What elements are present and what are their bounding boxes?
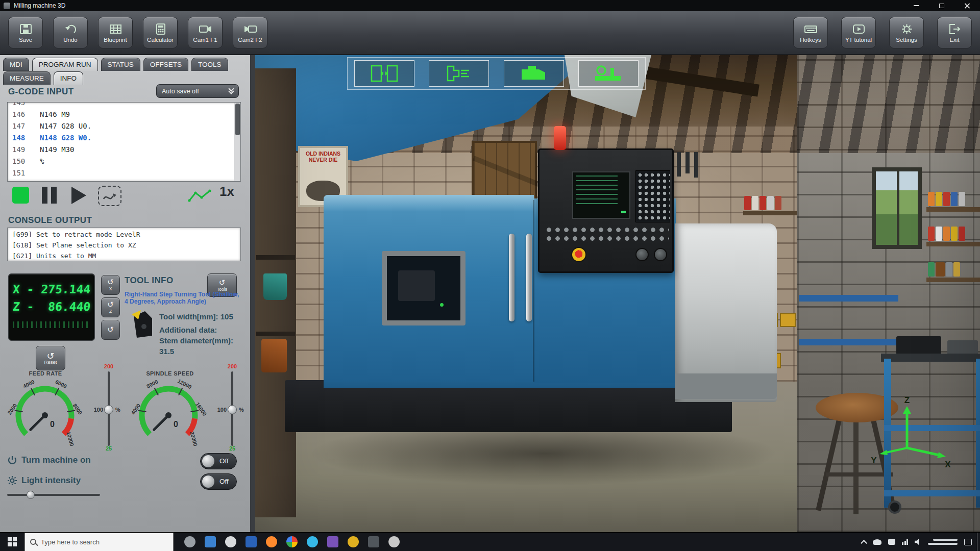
exit-button[interactable]: Exit xyxy=(937,17,972,48)
console-line: [G99] Set to retract mode LevelR xyxy=(12,229,236,240)
cnc-keypad[interactable] xyxy=(635,170,670,222)
search-placeholder: Type here to search xyxy=(41,538,100,546)
cam1-button[interactable]: Cam1 F1 xyxy=(188,17,223,48)
machine-power-row: Turn machine on xyxy=(7,455,91,465)
view-button-doors[interactable] xyxy=(354,60,414,87)
taskbar-app-icon[interactable] xyxy=(282,533,302,551)
taskbar-app-icon[interactable] xyxy=(302,533,323,551)
editor-scrollbar[interactable] xyxy=(234,103,240,181)
blueprint-button[interactable]: Blueprint xyxy=(98,17,133,48)
spindle-override-slider[interactable]: 200 100 % 25 xyxy=(215,363,249,453)
panel-knob[interactable] xyxy=(654,248,667,261)
stop-button[interactable] xyxy=(12,187,29,204)
close-button[interactable] xyxy=(954,0,980,11)
code-line: 150% xyxy=(8,156,234,167)
tool-description: Right-Hand Step Turning Tool (Shallow, 4… xyxy=(125,291,243,305)
tray-cloud-icon[interactable] xyxy=(873,539,881,545)
view-button-chuck[interactable] xyxy=(429,60,489,87)
hotkeys-button[interactable]: Hotkeys xyxy=(793,17,828,48)
light-intensity-slider[interactable] xyxy=(7,491,100,499)
machine-tailstock-band xyxy=(675,373,777,399)
taskbar-app-icon[interactable] xyxy=(220,533,241,551)
cnc-control-panel[interactable] xyxy=(538,148,674,273)
taskbar-app-icon[interactable] xyxy=(343,533,363,551)
power-icon xyxy=(7,455,17,465)
taskbar-app-icon[interactable] xyxy=(261,533,282,551)
feed-graph-button[interactable] xyxy=(188,189,213,205)
undo-button[interactable]: Undo xyxy=(53,17,88,48)
view-button-side[interactable] xyxy=(578,60,639,87)
taskbar-search[interactable]: Type here to search xyxy=(24,533,174,551)
taskbar-app-icon[interactable] xyxy=(323,533,343,551)
scrollbar-thumb[interactable] xyxy=(235,104,240,135)
reset-z-button[interactable]: ↺Z xyxy=(101,297,120,317)
taskbar-app-icon[interactable] xyxy=(384,533,404,551)
yt-tutorial-button[interactable]: YT tutorial xyxy=(841,17,876,48)
machine-window[interactable] xyxy=(382,251,465,325)
action-center-icon[interactable] xyxy=(964,539,972,545)
3d-viewport[interactable]: OLD INDIANS NEVER DIE xyxy=(255,55,980,532)
dro-z-readout: Z - 86.440 xyxy=(12,298,91,315)
orange-jug xyxy=(261,339,287,372)
search-icon xyxy=(30,539,36,545)
slider-knob[interactable] xyxy=(228,405,237,414)
settings-button[interactable]: Settings xyxy=(889,17,924,48)
calculator-button[interactable]: Calculator xyxy=(143,17,178,48)
show-desktop-button[interactable] xyxy=(977,533,980,551)
reset-x-button[interactable]: ↺X xyxy=(101,275,120,295)
camera-2-icon xyxy=(243,23,257,35)
toolpath-button[interactable] xyxy=(98,186,121,206)
tray-volume-icon[interactable] xyxy=(915,539,921,545)
reset-arrow-icon: ↺ xyxy=(219,279,226,287)
console-output-heading: CONSOLE OUTPUT xyxy=(8,215,92,226)
emergency-stop-button[interactable] xyxy=(571,247,586,262)
tab-measure[interactable]: MEASURE xyxy=(3,71,51,85)
tab-offsets[interactable]: OFFSETS xyxy=(143,58,188,71)
tab-info[interactable]: INFO xyxy=(54,71,83,85)
button-label: Blueprint xyxy=(104,37,127,43)
cam2-button[interactable]: Cam2 F2 xyxy=(233,17,267,48)
panel-knob[interactable] xyxy=(635,248,649,261)
taskbar-app-icon[interactable] xyxy=(363,533,384,551)
taskbar-clock-area[interactable] xyxy=(928,539,958,545)
taskbar-app-icon[interactable] xyxy=(241,533,261,551)
machine-power-toggle[interactable]: Off xyxy=(200,453,237,469)
view-button-top[interactable] xyxy=(504,60,564,87)
tab-status[interactable]: STATUS xyxy=(101,58,140,71)
reset-gauges-button[interactable]: ↺Reset xyxy=(36,346,65,370)
maximize-button[interactable] xyxy=(929,0,954,11)
x-axis-label: X xyxy=(945,460,951,469)
door-handle[interactable] xyxy=(509,234,514,321)
tab-tools[interactable]: TOOLS xyxy=(191,58,228,71)
tab-mdi[interactable]: MDI xyxy=(3,58,29,71)
door-handle[interactable] xyxy=(526,234,532,321)
slider-knob[interactable] xyxy=(104,405,113,414)
feed-rate-override-slider[interactable]: 200 100 % 25 xyxy=(92,363,126,453)
light-icon xyxy=(7,475,17,486)
gear-icon xyxy=(900,23,914,35)
tab-program-run[interactable]: PROGRAM RUN xyxy=(32,58,98,71)
slider-knob[interactable] xyxy=(27,491,35,499)
y-axis-label: Y xyxy=(871,456,877,465)
cart-leg xyxy=(976,359,980,508)
start-button[interactable] xyxy=(0,533,24,551)
play-button[interactable] xyxy=(71,187,86,204)
dro-display: X - 275.144 Z - 86.440 xyxy=(8,273,95,341)
pause-button[interactable] xyxy=(42,187,57,204)
light-intensity-label: Light intensity xyxy=(21,475,81,486)
tray-network-icon[interactable] xyxy=(902,539,908,545)
light-toggle[interactable]: Off xyxy=(200,473,237,490)
playback-speed-label: 1x xyxy=(219,184,234,199)
tray-app-icon[interactable] xyxy=(888,539,895,545)
minimize-button[interactable] xyxy=(903,0,929,11)
autosave-dropdown[interactable]: Auto save off xyxy=(156,84,239,98)
taskbar-app-icon[interactable] xyxy=(200,533,220,551)
gcode-editor[interactable]: 145 146N146 M9 147N147 G28 U0. 148N148 G… xyxy=(7,102,241,182)
machine-base xyxy=(285,380,732,432)
system-tray xyxy=(862,539,977,545)
taskbar-app-icon[interactable] xyxy=(180,533,200,551)
save-button[interactable]: Save xyxy=(8,17,43,48)
cnc-button-rows[interactable] xyxy=(545,226,669,244)
axis-reset-button[interactable]: ↺ xyxy=(101,320,120,340)
tray-chevron-up-icon[interactable] xyxy=(861,540,867,546)
